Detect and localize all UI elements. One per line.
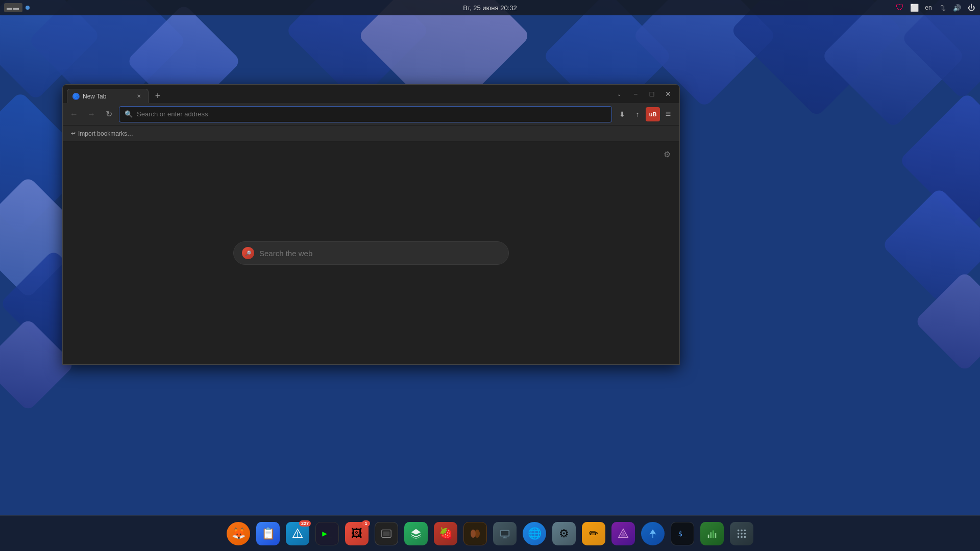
svg-point-22	[744, 536, 746, 538]
dock-item-strawberry[interactable]: 🍓	[432, 520, 459, 547]
svg-point-15	[741, 529, 743, 531]
dock-item-app-grid[interactable]	[728, 520, 755, 547]
svg-point-16	[744, 529, 746, 531]
dock-item-settings[interactable]: ⚙	[551, 520, 577, 547]
back-button[interactable]: ←	[67, 107, 81, 121]
new-tab-settings-button[interactable]: ⚙	[660, 147, 674, 161]
browser2-icon: 🌐	[523, 522, 546, 545]
tabs-area: 🌀 New Tab ✕ +	[67, 85, 610, 103]
svg-rect-11	[710, 532, 712, 538]
download-button[interactable]: ⬇	[615, 107, 629, 121]
language-label[interactable]: en	[924, 3, 933, 12]
editor-icon: ✏	[582, 522, 605, 545]
datetime-display: Вт, 25 июня 20:32	[463, 4, 517, 12]
search-web-input[interactable]	[259, 249, 500, 258]
active-tab[interactable]: 🌀 New Tab ✕	[67, 89, 149, 103]
svg-rect-10	[708, 534, 709, 537]
svg-point-3	[475, 530, 480, 538]
address-bar-search-icon: 🔍	[125, 110, 133, 118]
top-panel-left: ▬▬	[4, 3, 30, 12]
engine-letter: 🔎	[245, 251, 251, 256]
ublock-button[interactable]: uB	[646, 107, 660, 121]
dock-item-vmware[interactable]	[492, 520, 518, 547]
app-grid-icon	[730, 522, 753, 545]
import-bookmarks-button[interactable]: ↩ Import bookmarks…	[67, 129, 137, 139]
svg-rect-1	[383, 531, 390, 536]
stacer-icon	[700, 522, 724, 545]
menu-button[interactable]: ≡	[661, 107, 675, 121]
reload-button[interactable]: ↻	[102, 107, 116, 121]
import-bookmarks-label: Import bookmarks…	[78, 130, 133, 137]
maximize-button[interactable]: □	[645, 87, 659, 101]
photo-badge: 1	[362, 520, 370, 527]
svg-rect-5	[501, 531, 509, 535]
import-icon: ↩	[71, 130, 76, 137]
dock-item-endeavouros[interactable]	[610, 520, 636, 547]
desktop: ▬▬ Вт, 25 июня 20:32 🛡 ⬜ en ⇅ 🔊 ⏻ 🌀 New …	[0, 0, 980, 551]
share-button[interactable]: ↑	[630, 107, 645, 121]
svg-point-17	[738, 533, 740, 535]
forward-button[interactable]: →	[84, 107, 99, 121]
tab-dropdown-button[interactable]: ⌄	[612, 87, 626, 101]
terminal2-icon: $_	[671, 522, 694, 545]
toolbar-actions: ⬇ ↑ uB ≡	[615, 107, 675, 121]
browser-window: 🌀 New Tab ✕ + ⌄ − □ ✕ ← → ↻ 🔍	[62, 84, 680, 365]
search-engine-icon: 🔎	[242, 247, 254, 259]
address-bar[interactable]: 🔍	[119, 106, 612, 122]
dock-item-falcon[interactable]	[640, 520, 666, 547]
volume-tray-icon[interactable]: 🔊	[952, 3, 962, 12]
new-tab-button[interactable]: +	[151, 89, 165, 103]
terminal-icon: ▶_	[315, 522, 339, 545]
svg-point-19	[744, 533, 746, 535]
menu-button[interactable]: ▬▬	[4, 3, 22, 12]
minimize-button[interactable]: −	[628, 87, 643, 101]
dock-item-arch-notifier[interactable]: 227	[284, 520, 311, 547]
browser-navbar: ← → ↻ 🔍 ⬇ ↑ uB ≡	[63, 103, 679, 126]
address-input[interactable]	[137, 110, 606, 118]
arch-notifier-badge: 227	[299, 520, 311, 527]
dock-item-terminal2[interactable]: $_	[669, 520, 696, 547]
svg-point-20	[738, 536, 740, 538]
tab-close-button[interactable]: ✕	[135, 92, 143, 101]
dock-item-editor[interactable]: ✏	[580, 520, 607, 547]
dock-item-terminal[interactable]: ▶_	[314, 520, 340, 547]
layers-icon	[404, 522, 428, 545]
tab-title: New Tab	[83, 93, 132, 100]
browser-titlebar: 🌀 New Tab ✕ + ⌄ − □ ✕	[63, 85, 679, 103]
endeavouros-icon	[611, 522, 635, 545]
close-button[interactable]: ✕	[661, 87, 675, 101]
svg-point-21	[741, 536, 743, 538]
dock-item-notes[interactable]: 📋	[255, 520, 281, 547]
network-tray-icon[interactable]: ⇅	[938, 3, 947, 12]
antivirus-tray-icon[interactable]: 🛡	[895, 3, 904, 12]
top-panel: ▬▬ Вт, 25 июня 20:32 🛡 ⬜ en ⇅ 🔊 ⏻	[0, 0, 980, 15]
bookmarks-bar: ↩ Import bookmarks…	[63, 126, 679, 142]
dock: 🦊 📋 227 ▶_ 🖼 1	[0, 515, 980, 551]
vmware-icon	[493, 522, 517, 545]
dock-item-firefox[interactable]: 🦊	[225, 520, 252, 547]
dock-item-photo[interactable]: 🖼 1	[344, 520, 370, 547]
screenshot-tray-icon[interactable]: ⬜	[910, 3, 919, 12]
power-tray-icon[interactable]: ⏻	[967, 3, 976, 12]
dock-item-gimp[interactable]	[462, 520, 488, 547]
panel-dot	[26, 6, 30, 10]
dock-item-spectacle[interactable]	[373, 520, 400, 547]
strawberry-icon: 🍓	[434, 522, 457, 545]
svg-point-14	[738, 529, 740, 531]
window-controls: − □ ✕	[628, 87, 675, 101]
top-panel-right: 🛡 ⬜ en ⇅ 🔊 ⏻	[895, 3, 976, 12]
settings-icon: ⚙	[552, 522, 576, 545]
firefox-icon: 🦊	[227, 522, 250, 545]
svg-marker-9	[621, 531, 626, 536]
svg-rect-12	[713, 530, 714, 538]
falcon-icon	[641, 522, 665, 545]
dock-item-stacer[interactable]	[699, 520, 725, 547]
dock-item-layers[interactable]	[403, 520, 429, 547]
web-search-box[interactable]: 🔎	[233, 241, 509, 265]
tab-favicon: 🌀	[72, 93, 80, 100]
svg-point-18	[741, 533, 743, 535]
datetime-text: Вт, 25 июня 20:32	[463, 4, 517, 12]
gimp-icon	[463, 522, 487, 545]
dock-item-browser2[interactable]: 🌐	[521, 520, 548, 547]
spectacle-icon	[375, 522, 398, 545]
